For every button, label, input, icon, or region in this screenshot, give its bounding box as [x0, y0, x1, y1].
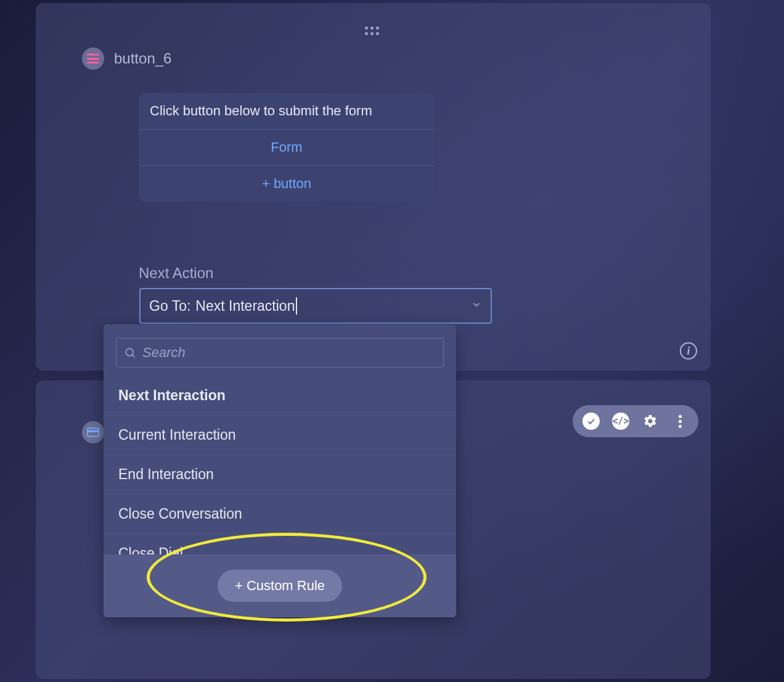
info-icon[interactable]: i	[680, 342, 697, 359]
button-config-panel: Click button below to submit the form Fo…	[139, 93, 435, 202]
svg-line-3	[133, 355, 135, 358]
dropdown-option-next-interaction[interactable]: Next Interaction	[104, 376, 456, 416]
goto-prefix: Go To:	[149, 298, 190, 314]
svg-rect-1	[88, 430, 99, 432]
more-menu-button[interactable]	[671, 413, 688, 430]
chevron-down-icon	[471, 299, 482, 313]
more-vertical-icon	[679, 415, 682, 428]
node-card-button6: button_6 Click button below to submit th…	[36, 3, 711, 371]
code-button[interactable]: </>	[612, 413, 629, 430]
add-button-link[interactable]: + button	[150, 176, 423, 192]
drag-handle-icon[interactable]	[365, 27, 382, 38]
svg-point-2	[126, 348, 133, 356]
prompt-text: Click button below to submit the form	[150, 103, 423, 119]
goto-dropdown: Next Interaction Current Interaction End…	[104, 324, 456, 617]
form-lines-icon	[82, 47, 104, 70]
next-action-label: Next Action	[139, 265, 213, 282]
validate-button[interactable]	[582, 413, 600, 430]
node-title: button_6	[114, 50, 171, 67]
form-link-row[interactable]: Form	[139, 129, 435, 166]
card-icon	[82, 421, 104, 443]
settings-button[interactable]	[642, 413, 659, 430]
text-cursor	[296, 297, 297, 314]
dropdown-option-current-interaction[interactable]: Current Interaction	[104, 416, 456, 455]
custom-rule-button[interactable]: + Custom Rule	[218, 570, 342, 602]
node-header: button_6	[82, 47, 171, 70]
goto-select[interactable]: Go To: Next Interaction	[139, 288, 492, 324]
prompt-row[interactable]: Click button below to submit the form	[139, 93, 435, 129]
dropdown-search	[116, 338, 444, 368]
search-icon	[124, 347, 136, 359]
search-input[interactable]	[142, 345, 436, 361]
goto-value: Next Interaction	[195, 298, 295, 314]
node-toolbar: </>	[573, 405, 698, 437]
dropdown-footer: + Custom Rule	[104, 554, 456, 617]
form-link[interactable]: Form	[150, 139, 423, 155]
dropdown-option-close-conversation[interactable]: Close Conversation	[104, 495, 456, 534]
dropdown-option-end-interaction[interactable]: End Interaction	[104, 455, 456, 495]
add-button-row[interactable]: + button	[139, 166, 435, 202]
